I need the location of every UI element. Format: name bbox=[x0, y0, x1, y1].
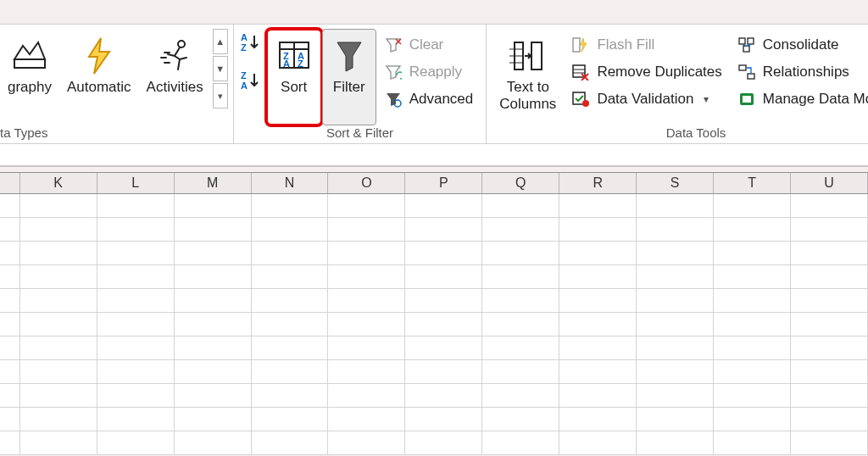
column-header[interactable]: L bbox=[97, 173, 175, 193]
cell[interactable] bbox=[559, 265, 637, 289]
cell[interactable] bbox=[252, 384, 329, 408]
cell[interactable] bbox=[0, 265, 20, 289]
cell[interactable] bbox=[637, 360, 714, 384]
cell[interactable] bbox=[328, 265, 405, 289]
cell[interactable] bbox=[97, 431, 175, 455]
sort-asc-button[interactable]: AZ bbox=[241, 32, 263, 55]
cell[interactable] bbox=[637, 242, 714, 265]
cell[interactable] bbox=[252, 336, 329, 360]
cell[interactable] bbox=[0, 360, 20, 384]
cell[interactable] bbox=[175, 289, 252, 313]
cell[interactable] bbox=[97, 336, 175, 360]
cell[interactable] bbox=[328, 242, 405, 265]
cell[interactable] bbox=[637, 289, 714, 313]
cell[interactable] bbox=[0, 289, 20, 313]
cell[interactable] bbox=[482, 384, 559, 408]
cell[interactable] bbox=[0, 242, 20, 265]
sort-desc-button[interactable]: ZA bbox=[241, 70, 263, 93]
advanced-button[interactable]: Advanced bbox=[378, 86, 480, 112]
cell[interactable] bbox=[637, 313, 714, 336]
formula-bar[interactable] bbox=[0, 144, 868, 166]
cell[interactable] bbox=[328, 408, 405, 431]
cell[interactable] bbox=[559, 431, 637, 455]
cell[interactable] bbox=[637, 431, 714, 455]
cell[interactable] bbox=[559, 242, 637, 265]
cell[interactable] bbox=[97, 265, 175, 289]
cell[interactable] bbox=[791, 242, 868, 265]
cell[interactable] bbox=[559, 360, 637, 384]
gallery-down-button[interactable]: ▼ bbox=[213, 56, 228, 81]
geography-button[interactable]: graphy bbox=[0, 29, 59, 125]
reapply-button[interactable]: Reapply bbox=[378, 59, 480, 85]
cell[interactable] bbox=[0, 336, 20, 360]
cell[interactable] bbox=[97, 313, 175, 336]
cell[interactable] bbox=[175, 218, 252, 242]
cell[interactable] bbox=[252, 431, 329, 455]
cell[interactable] bbox=[252, 313, 329, 336]
text-to-columns-button[interactable]: Text to Columns bbox=[492, 29, 564, 125]
cell[interactable] bbox=[637, 218, 714, 242]
column-header[interactable]: K bbox=[20, 173, 97, 193]
column-header[interactable]: R bbox=[559, 173, 637, 193]
cell[interactable] bbox=[0, 408, 20, 431]
cell[interactable] bbox=[482, 242, 559, 265]
cell[interactable] bbox=[405, 431, 482, 455]
cell[interactable] bbox=[482, 289, 559, 313]
cell[interactable] bbox=[97, 218, 175, 242]
cell[interactable] bbox=[97, 408, 175, 431]
sort-button[interactable]: ZAAZ Sort bbox=[266, 29, 322, 125]
flash-fill-button[interactable]: Flash Fill bbox=[565, 32, 727, 58]
cell[interactable] bbox=[637, 336, 714, 360]
cell[interactable] bbox=[714, 194, 791, 218]
cell[interactable] bbox=[791, 431, 868, 455]
cell[interactable] bbox=[791, 360, 868, 384]
data-validation-button[interactable]: Data Validation ▾ bbox=[565, 86, 727, 112]
cell[interactable] bbox=[20, 408, 97, 431]
column-header[interactable]: S bbox=[637, 173, 714, 193]
cell[interactable] bbox=[20, 360, 97, 384]
cell[interactable] bbox=[328, 218, 405, 242]
cell[interactable] bbox=[175, 242, 252, 265]
column-header[interactable]: T bbox=[714, 173, 791, 193]
cell[interactable] bbox=[791, 265, 868, 289]
cell[interactable] bbox=[405, 313, 482, 336]
chevron-down-icon[interactable]: ▾ bbox=[704, 93, 709, 105]
gallery-more-button[interactable]: ▾ bbox=[213, 83, 228, 108]
cell[interactable] bbox=[482, 360, 559, 384]
cell[interactable] bbox=[482, 431, 559, 455]
cell[interactable] bbox=[175, 265, 252, 289]
cell[interactable] bbox=[175, 408, 252, 431]
cell[interactable] bbox=[791, 336, 868, 360]
cell[interactable] bbox=[637, 384, 714, 408]
cell[interactable] bbox=[252, 194, 329, 218]
remove-duplicates-button[interactable]: Remove Duplicates bbox=[565, 59, 727, 85]
cell[interactable] bbox=[0, 194, 20, 218]
cell[interactable] bbox=[714, 242, 791, 265]
cell[interactable] bbox=[405, 194, 482, 218]
cell[interactable] bbox=[482, 336, 559, 360]
cell[interactable] bbox=[482, 313, 559, 336]
cell[interactable] bbox=[714, 360, 791, 384]
cell[interactable] bbox=[714, 313, 791, 336]
cell[interactable] bbox=[328, 431, 405, 455]
cell[interactable] bbox=[791, 408, 868, 431]
cell[interactable] bbox=[97, 384, 175, 408]
cell[interactable] bbox=[482, 408, 559, 431]
cell[interactable] bbox=[175, 431, 252, 455]
filter-button[interactable]: Filter bbox=[322, 29, 376, 125]
cell[interactable] bbox=[20, 336, 97, 360]
cell[interactable] bbox=[791, 289, 868, 313]
cell[interactable] bbox=[714, 336, 791, 360]
cell[interactable] bbox=[405, 336, 482, 360]
cell[interactable] bbox=[175, 313, 252, 336]
cell[interactable] bbox=[97, 242, 175, 265]
cell[interactable] bbox=[559, 218, 637, 242]
column-header[interactable]: Q bbox=[482, 173, 559, 193]
cell[interactable] bbox=[252, 218, 329, 242]
cell[interactable] bbox=[0, 431, 20, 455]
column-header[interactable] bbox=[0, 173, 20, 193]
cell[interactable] bbox=[328, 194, 405, 218]
cell[interactable] bbox=[714, 289, 791, 313]
grid[interactable] bbox=[0, 194, 868, 455]
cell[interactable] bbox=[559, 289, 637, 313]
